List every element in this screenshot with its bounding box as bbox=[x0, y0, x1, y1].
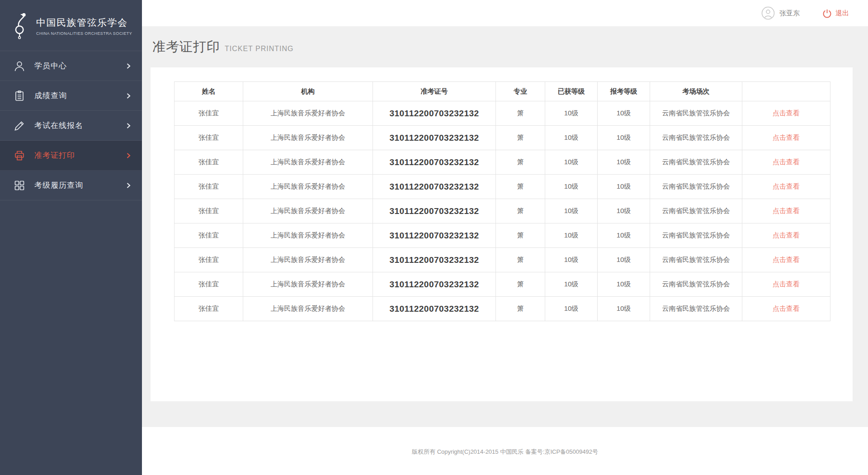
cell-major: 箫 bbox=[496, 150, 545, 175]
col-header-name: 姓名 bbox=[175, 82, 243, 101]
cell-ticket-no: 310112200703232132 bbox=[373, 126, 496, 150]
cell-major: 箫 bbox=[496, 223, 545, 248]
cell-obtained-level: 10级 bbox=[545, 175, 598, 199]
cell-apply-level: 10级 bbox=[598, 272, 650, 297]
cell-venue: 云南省民族管弦乐协会 bbox=[650, 223, 742, 248]
content: 准考证打印 TICKET PRINTING 姓名 机构 准考证号 专业 已获等级… bbox=[142, 26, 868, 427]
cell-apply-level: 10级 bbox=[598, 199, 650, 223]
cell-action: 点击查看 bbox=[742, 223, 830, 248]
view-ticket-link[interactable]: 点击查看 bbox=[773, 256, 800, 263]
sidebar-item-student-center[interactable]: 学员中心 bbox=[0, 51, 142, 81]
view-ticket-link[interactable]: 点击查看 bbox=[773, 158, 800, 166]
sidebar-item-label: 考试在线报名 bbox=[34, 120, 125, 131]
main-area: 张亚东 退出 准考证打印 TICKET PRINTING bbox=[142, 0, 868, 475]
orchestra-society-logo-icon bbox=[12, 12, 31, 40]
cell-obtained-level: 10级 bbox=[545, 199, 598, 223]
cell-apply-level: 10级 bbox=[598, 126, 650, 150]
cell-org: 上海民族音乐爱好者协会 bbox=[243, 175, 373, 199]
cell-apply-level: 10级 bbox=[598, 101, 650, 126]
cell-apply-level: 10级 bbox=[598, 150, 650, 175]
cell-name: 张佳宜 bbox=[175, 248, 243, 272]
view-ticket-link[interactable]: 点击查看 bbox=[773, 133, 800, 141]
cell-ticket-no: 310112200703232132 bbox=[373, 175, 496, 199]
sidebar-item-label: 考级履历查询 bbox=[34, 180, 125, 190]
cell-ticket-no: 310112200703232132 bbox=[373, 272, 496, 297]
view-ticket-link[interactable]: 点击查看 bbox=[773, 280, 800, 288]
view-ticket-link[interactable]: 点击查看 bbox=[773, 304, 800, 312]
chevron-right-icon bbox=[125, 62, 132, 70]
chevron-right-icon bbox=[125, 152, 132, 159]
cell-ticket-no: 310112200703232132 bbox=[373, 150, 496, 175]
cell-obtained-level: 10级 bbox=[545, 297, 598, 321]
footer: 版权所有 Copyright(C)2014-2015 中国民乐 备案号:京ICP… bbox=[142, 427, 868, 475]
sidebar-menu: 学员中心 成绩查询 bbox=[0, 51, 142, 200]
cell-org: 上海民族音乐爱好者协会 bbox=[243, 199, 373, 223]
sidebar-item-ticket-printing[interactable]: 准考证打印 bbox=[0, 141, 142, 171]
cell-org: 上海民族音乐爱好者协会 bbox=[243, 101, 373, 126]
table-row: 张佳宜 上海民族音乐爱好者协会 310112200703232132 箫 10级… bbox=[175, 272, 830, 297]
view-ticket-link[interactable]: 点击查看 bbox=[773, 182, 800, 190]
cell-name: 张佳宜 bbox=[175, 297, 243, 321]
cell-action: 点击查看 bbox=[742, 272, 830, 297]
logo-text: 中国民族管弦乐学会 CHINA NATIONALITIES ORCHESTRA … bbox=[36, 16, 132, 36]
sidebar-item-online-registration[interactable]: 考试在线报名 bbox=[0, 111, 142, 141]
page-title: 准考证打印 bbox=[152, 38, 220, 56]
cell-apply-level: 10级 bbox=[598, 175, 650, 199]
clipboard-icon bbox=[14, 90, 25, 102]
cell-action: 点击查看 bbox=[742, 297, 830, 321]
page-header: 准考证打印 TICKET PRINTING bbox=[152, 38, 859, 57]
cell-name: 张佳宜 bbox=[175, 150, 243, 175]
username: 张亚东 bbox=[779, 9, 800, 18]
ticket-table-card: 姓名 机构 准考证号 专业 已获等级 报考等级 考场场次 张佳宜 上海民族音乐爱… bbox=[151, 67, 853, 401]
table-row: 张佳宜 上海民族音乐爱好者协会 310112200703232132 箫 10级… bbox=[175, 248, 830, 272]
cell-action: 点击查看 bbox=[742, 175, 830, 199]
cell-venue: 云南省民族管弦乐协会 bbox=[650, 126, 742, 150]
cell-ticket-no: 310112200703232132 bbox=[373, 297, 496, 321]
power-icon bbox=[822, 9, 832, 18]
cell-action: 点击查看 bbox=[742, 101, 830, 126]
sidebar-item-score-query[interactable]: 成绩查询 bbox=[0, 81, 142, 111]
cell-major: 箫 bbox=[496, 126, 545, 150]
grid-icon bbox=[14, 180, 25, 191]
cell-action: 点击查看 bbox=[742, 126, 830, 150]
cell-action: 点击查看 bbox=[742, 248, 830, 272]
col-header-major: 专业 bbox=[496, 82, 545, 101]
pencil-icon bbox=[14, 120, 25, 132]
cell-venue: 云南省民族管弦乐协会 bbox=[650, 297, 742, 321]
cell-obtained-level: 10级 bbox=[545, 101, 598, 126]
table-row: 张佳宜 上海民族音乐爱好者协会 310112200703232132 箫 10级… bbox=[175, 175, 830, 199]
cell-major: 箫 bbox=[496, 297, 545, 321]
sidebar-item-label: 准考证打印 bbox=[34, 150, 125, 161]
cell-ticket-no: 310112200703232132 bbox=[373, 223, 496, 248]
chevron-right-icon bbox=[125, 182, 132, 189]
logo-title: 中国民族管弦乐学会 bbox=[36, 16, 132, 29]
view-ticket-link[interactable]: 点击查看 bbox=[773, 207, 800, 214]
logout-button[interactable]: 退出 bbox=[822, 9, 849, 18]
cell-venue: 云南省民族管弦乐协会 bbox=[650, 150, 742, 175]
chevron-right-icon bbox=[125, 92, 132, 100]
cell-name: 张佳宜 bbox=[175, 272, 243, 297]
cell-major: 箫 bbox=[496, 175, 545, 199]
cell-action: 点击查看 bbox=[742, 199, 830, 223]
avatar-icon bbox=[761, 6, 775, 20]
cell-ticket-no: 310112200703232132 bbox=[373, 248, 496, 272]
user-icon bbox=[14, 60, 25, 72]
logo: 中国民族管弦乐学会 CHINA NATIONALITIES ORCHESTRA … bbox=[0, 0, 142, 51]
cell-ticket-no: 310112200703232132 bbox=[373, 101, 496, 126]
sidebar-item-grade-history[interactable]: 考级履历查询 bbox=[0, 171, 142, 200]
topbar: 张亚东 退出 bbox=[142, 0, 868, 26]
table-row: 张佳宜 上海民族音乐爱好者协会 310112200703232132 箫 10级… bbox=[175, 150, 830, 175]
col-header-apply-level: 报考等级 bbox=[598, 82, 650, 101]
page-subtitle: TICKET PRINTING bbox=[225, 45, 294, 53]
col-header-org: 机构 bbox=[243, 82, 373, 101]
cell-org: 上海民族音乐爱好者协会 bbox=[243, 223, 373, 248]
view-ticket-link[interactable]: 点击查看 bbox=[773, 109, 800, 117]
table-header-row: 姓名 机构 准考证号 专业 已获等级 报考等级 考场场次 bbox=[175, 82, 830, 101]
view-ticket-link[interactable]: 点击查看 bbox=[773, 231, 800, 239]
cell-venue: 云南省民族管弦乐协会 bbox=[650, 175, 742, 199]
cell-name: 张佳宜 bbox=[175, 223, 243, 248]
sidebar: 中国民族管弦乐学会 CHINA NATIONALITIES ORCHESTRA … bbox=[0, 0, 142, 475]
user-chip[interactable]: 张亚东 bbox=[761, 6, 800, 20]
logout-label: 退出 bbox=[835, 9, 849, 18]
cell-apply-level: 10级 bbox=[598, 248, 650, 272]
